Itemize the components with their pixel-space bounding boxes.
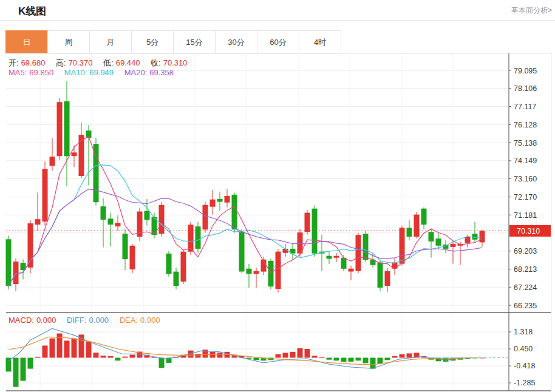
candle-body [407,228,412,237]
macd-axis-label: 0.450 [514,345,533,353]
macd-bar [385,358,390,360]
macd-bar [123,357,128,358]
diff-label: DIFF: [67,316,87,325]
macd-bar [356,358,361,361]
candle-body [203,205,208,230]
ma5-label: MA5: [9,68,27,77]
macd-bar [392,356,398,358]
macd-bar [108,356,114,358]
price-axis-label: 79.095 [514,67,537,75]
macd-bar [341,358,347,362]
macd-bar [28,358,33,369]
candle-body [349,269,354,272]
candle-body [57,102,63,156]
macd-bar [196,354,201,358]
macd-bar [43,346,48,358]
candle-body [239,232,245,271]
candle-body [378,263,383,288]
low-value: 69.440 [116,58,140,67]
macd-bar [334,358,339,361]
macd-bar [225,352,230,358]
macd-bar [13,358,19,387]
macd-axis-label: -0.418 [514,362,535,370]
candle-body [94,144,99,202]
macd-bar [21,358,26,381]
price-axis-label: 67.224 [514,283,537,292]
candle-body [79,135,84,176]
candle-body [334,256,339,258]
macd-bar [217,353,223,357]
ma10-value: 69.949 [89,68,114,77]
candle-body [35,219,41,225]
candle-body [327,256,332,259]
price-axis-label: 78.106 [514,84,537,93]
macd-bar [50,339,55,358]
candle-body [101,206,106,220]
ma-legend: MA5:69.850 MA10:69.949 MA20:69.358 [9,68,176,77]
price-axis-label: 69.203 [514,247,537,255]
candle-body [429,232,434,242]
macd-bar [130,355,135,358]
candle-body [210,200,216,207]
ma20-label: MA20: [124,68,148,77]
candle-body [225,196,230,203]
kline-page: { "header": { "title": "K线图", "link": "基… [0,0,555,392]
candle-body [341,258,347,269]
open-value: 69.680 [21,58,46,67]
ma10-label: MA10: [64,68,87,77]
ma10-line [9,165,482,286]
price-axis-label: 68.213 [514,265,537,274]
candle-body [43,169,48,221]
candle-body [414,215,420,237]
candle-body [276,252,281,289]
ma5-value: 69.850 [29,68,53,77]
candle-body [166,254,172,274]
candle-body [13,262,19,284]
ohlc-legend: 开:69.680 高:70.370 低:69.440 收:70.310 [9,58,189,69]
candle-body [123,234,128,259]
macd-bar [35,357,41,358]
high-value: 70.370 [69,58,93,67]
candle-body [64,101,70,156]
last-price-badge-text: 70.310 [517,227,540,235]
candle-body [159,205,165,234]
close-label: 收: [151,58,161,67]
macd-bar [115,358,121,361]
price-axis-label: 72.170 [514,193,537,201]
candle-body [174,272,179,286]
macd-bar [64,340,70,357]
candle-body [385,271,390,286]
macd-bar [327,358,332,360]
candle-body [421,209,427,225]
macd-bar [276,354,281,358]
macd-bar [319,357,325,358]
macd-bar [86,342,92,358]
candle-body [217,199,223,202]
candle-body [108,218,114,225]
macd-bar [72,339,77,358]
open-label: 开: [9,58,19,67]
candle-body [50,157,55,166]
dea-label: DEA: [120,316,138,325]
price-axis-label: 73.160 [514,175,537,183]
macd-axis-label: -1.285 [514,379,535,387]
candle-body [188,225,194,252]
candle-body [400,228,405,263]
macd-bar [247,358,252,359]
candle-body [145,211,150,220]
macd-bar [349,358,354,362]
macd-bar [363,358,369,363]
macd-bar [400,354,405,358]
candle-body [356,235,361,271]
macd-bar [370,358,376,369]
price-axis-label: 66.235 [514,302,537,310]
candle-body [247,269,252,274]
macd-bar [101,356,106,358]
macd-value: 0.000 [36,316,56,325]
price-axis-label: 75.138 [514,139,537,147]
macd-bar [305,349,310,358]
macd-bar [378,358,383,364]
candle-body [363,234,369,260]
macd-legend: MACD:0.000 DIFF:0.000 DEA:0.000 [9,316,163,325]
candle-body [196,226,201,249]
